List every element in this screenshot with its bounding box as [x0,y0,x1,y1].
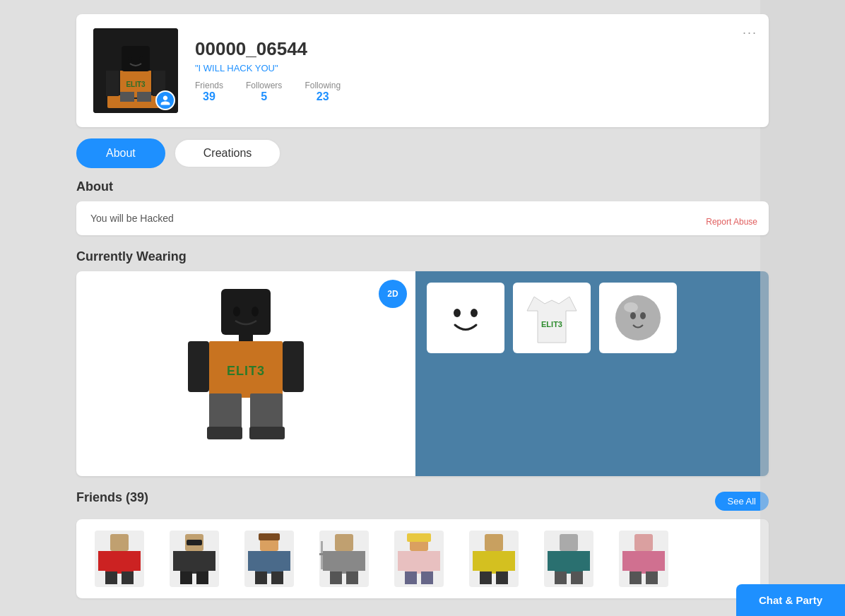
svg-rect-81 [571,571,583,584]
svg-point-33 [640,312,646,319]
svg-rect-7 [120,92,134,102]
svg-rect-77 [555,551,583,574]
friend-avatar [170,531,219,587]
svg-rect-47 [196,571,208,584]
svg-rect-12 [221,289,271,335]
friend-item[interactable] [387,531,451,587]
svg-rect-50 [255,551,283,574]
svg-rect-24 [434,286,497,350]
svg-rect-45 [207,551,215,571]
friend-item[interactable] [462,531,526,587]
wearing-item-head[interactable] [599,283,677,353]
friend-item[interactable] [312,531,376,587]
friend-item[interactable] [88,531,151,587]
svg-rect-39 [105,571,117,584]
about-text: You will be Hacked [90,213,174,224]
friends-count: 39 [203,90,215,103]
svg-rect-62 [319,553,324,555]
svg-rect-9 [122,46,150,71]
svg-rect-3 [106,71,119,96]
svg-rect-86 [630,571,642,584]
following-label: Following [305,81,341,90]
friends-section: Friends (39) See All [76,490,769,598]
svg-rect-79 [581,551,590,571]
followers-stat: Followers 5 [246,81,282,103]
friend-item[interactable] [537,531,601,587]
svg-rect-76 [560,534,578,551]
friend-item[interactable] [162,531,226,587]
svg-rect-21 [250,393,283,430]
more-menu-button[interactable]: ··· [743,25,757,40]
svg-rect-56 [330,551,358,574]
person-icon [160,95,171,106]
svg-rect-38 [132,551,141,571]
svg-rect-75 [496,571,508,584]
svg-text:ELIT3: ELIT3 [541,320,562,328]
profile-stats: Friends 39 Followers 5 Following 23 [195,81,752,103]
svg-rect-37 [98,551,107,571]
svg-rect-84 [622,551,631,571]
svg-rect-17 [283,341,304,392]
friend-avatar [544,531,593,587]
svg-text:ELIT3: ELIT3 [227,364,265,378]
friend-avatar [95,531,144,587]
svg-rect-44 [173,551,182,571]
svg-rect-43 [180,551,208,574]
svg-rect-69 [421,571,433,584]
about-card: You will be Hacked Report Abuse [76,201,769,235]
svg-point-11 [139,56,143,61]
tab-creations[interactable]: Creations [174,138,281,168]
friends-grid [76,519,769,598]
svg-rect-72 [473,551,481,571]
profile-card: ELIT3 [76,14,769,127]
about-heading: About [76,179,769,194]
friends-header: Friends (39) See All [76,490,769,512]
svg-rect-71 [480,551,508,574]
svg-rect-85 [656,551,665,571]
tab-about[interactable]: About [76,138,165,168]
followers-count: 5 [261,90,267,103]
svg-rect-68 [405,571,417,584]
svg-rect-58 [357,551,365,571]
wearing-item-face[interactable] [427,283,504,353]
friend-item[interactable] [612,531,675,587]
shirt-item-svg: ELIT3 [520,286,584,350]
svg-rect-54 [271,571,283,584]
svg-rect-87 [646,571,658,584]
wearing-panel: ELIT3 2D [76,271,769,476]
svg-rect-65 [405,551,433,574]
svg-rect-53 [255,571,267,584]
following-count: 23 [317,90,329,103]
currently-wearing-section: Currently Wearing [76,249,769,476]
svg-rect-52 [282,551,290,571]
svg-rect-67 [432,551,440,571]
svg-rect-8 [137,92,151,102]
svg-rect-20 [209,393,242,430]
friend-item[interactable] [237,531,301,587]
tab-bar: About Creations [76,138,769,168]
profile-username: 00000_06544 [195,38,752,60]
chat-party-bar[interactable]: Chat & Party [736,584,845,616]
svg-rect-66 [398,551,406,571]
svg-rect-15 [239,333,253,341]
svg-rect-36 [105,551,134,574]
followers-label: Followers [246,81,282,90]
wearing-2d-badge[interactable]: 2D [379,280,407,308]
wearing-item-shirt[interactable]: ELIT3 [513,283,591,353]
wearing-character-svg: ELIT3 [168,282,324,466]
svg-text:ELIT3: ELIT3 [126,81,146,88]
friends-label: Friends [195,81,223,90]
svg-rect-64 [407,533,431,542]
svg-rect-42 [187,540,202,545]
avatar-wrapper: ELIT3 [93,28,178,113]
face-item-svg [434,286,497,350]
wearing-heading: Currently Wearing [76,249,769,264]
wearing-avatar-panel: ELIT3 2D [76,271,415,476]
report-abuse-link[interactable]: Report Abuse [706,217,757,227]
svg-rect-35 [110,534,129,551]
svg-rect-49 [259,533,280,540]
svg-rect-23 [249,427,285,439]
svg-rect-51 [248,551,256,571]
avatar-badge [155,90,175,110]
svg-point-32 [630,312,636,319]
